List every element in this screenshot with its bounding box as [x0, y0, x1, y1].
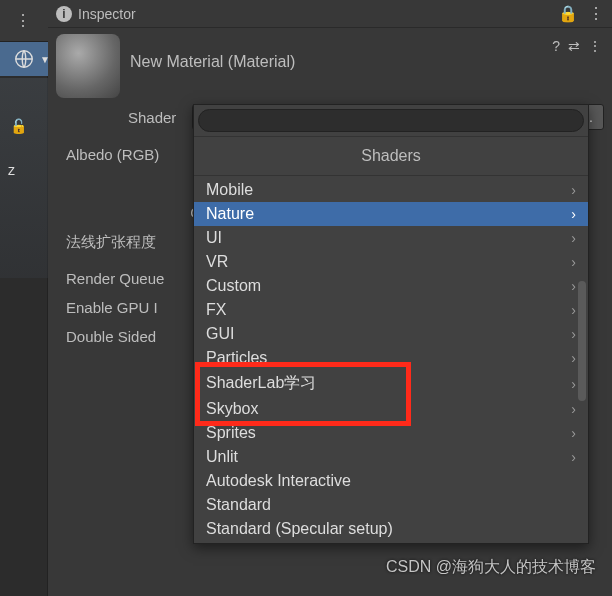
left-toolbar: ⋮ — [0, 0, 48, 42]
chevron-right-icon: › — [571, 206, 576, 222]
shader-list: Mobile›Nature›UI›VR›Custom›FX›GUI›Partic… — [194, 176, 588, 543]
info-icon: i — [56, 6, 72, 22]
dropdown-header: Shaders — [194, 137, 588, 176]
lock-icon[interactable]: 🔓 — [10, 118, 27, 134]
shader-list-item[interactable]: Skybox› — [194, 397, 588, 421]
shader-list-item[interactable]: Unlit› — [194, 445, 588, 469]
shader-item-label: GUI — [206, 325, 234, 343]
axis-z-label: z — [8, 162, 15, 178]
shader-item-label: Standard (Specular setup) — [206, 520, 393, 538]
more-icon[interactable]: ⋮ — [15, 11, 33, 30]
shader-item-label: Nature — [206, 205, 254, 223]
shader-item-label: Autodesk Interactive — [206, 472, 351, 490]
shader-item-label: UI — [206, 229, 222, 247]
chevron-right-icon: › — [571, 254, 576, 270]
lock-icon[interactable]: 🔒 — [558, 4, 578, 23]
more-icon[interactable]: ⋮ — [588, 4, 604, 23]
preset-icon[interactable]: ⇄ — [568, 38, 580, 54]
shader-list-item[interactable]: FX› — [194, 298, 588, 322]
panel-title: Inspector — [78, 6, 136, 22]
chevron-right-icon: › — [571, 449, 576, 465]
shader-list-item[interactable]: ShaderLab学习› — [194, 370, 588, 397]
shader-list-item[interactable]: VR› — [194, 250, 588, 274]
chevron-right-icon: › — [571, 425, 576, 441]
shader-item-label: Custom — [206, 277, 261, 295]
chevron-right-icon: › — [571, 278, 576, 294]
chevron-right-icon: › — [571, 326, 576, 342]
chevron-right-icon: › — [571, 302, 576, 318]
chevron-right-icon: › — [571, 401, 576, 417]
more-icon[interactable]: ⋮ — [588, 38, 602, 54]
shader-item-label: Unlit — [206, 448, 238, 466]
shader-item-label: Mobile — [206, 181, 253, 199]
material-header: New Material (Material) ? ⇄ ⋮ — [48, 28, 612, 104]
shader-list-item[interactable]: Standard — [194, 493, 588, 517]
chevron-right-icon: › — [571, 230, 576, 246]
shader-search-input[interactable] — [198, 109, 584, 132]
shader-item-label: VR — [206, 253, 228, 271]
chevron-right-icon: › — [571, 350, 576, 366]
inspector-header: i Inspector 🔒 ⋮ — [48, 0, 612, 28]
shader-item-label: Skybox — [206, 400, 258, 418]
shader-list-item[interactable]: Particles› — [194, 346, 588, 370]
shader-list-item[interactable]: Mobile› — [194, 178, 588, 202]
globe-icon — [13, 48, 35, 70]
left-panel: ⋮ ▼ 🔓 z — [0, 0, 48, 596]
shader-list-item[interactable]: Custom› — [194, 274, 588, 298]
material-preview-sphere[interactable] — [56, 34, 120, 98]
scene-preview — [0, 78, 48, 278]
material-title: New Material (Material) — [130, 53, 604, 71]
shader-item-label: Particles — [206, 349, 267, 367]
shader-label: Shader — [128, 109, 184, 126]
watermark: CSDN @海狗大人的技术博客 — [386, 557, 596, 578]
shader-list-item[interactable]: Sprites› — [194, 421, 588, 445]
shader-list-item[interactable]: Nature› — [194, 202, 588, 226]
shader-item-label: FX — [206, 301, 226, 319]
shader-item-label: Sprites — [206, 424, 256, 442]
shader-list-item[interactable]: GUI› — [194, 322, 588, 346]
shader-item-label: Standard — [206, 496, 271, 514]
shader-list-item[interactable]: Standard (Specular setup) — [194, 517, 588, 541]
shader-item-label: ShaderLab学习 — [206, 373, 316, 394]
scrollbar[interactable] — [578, 281, 586, 401]
chevron-right-icon: › — [571, 182, 576, 198]
chevron-right-icon: › — [571, 376, 576, 392]
help-icon[interactable]: ? — [552, 38, 560, 54]
shader-list-item[interactable]: Autodesk Interactive — [194, 469, 588, 493]
shader-list-item[interactable]: UI› — [194, 226, 588, 250]
shader-dropdown-popup: 🔍 Shaders Mobile›Nature›UI›VR›Custom›FX›… — [193, 104, 589, 544]
